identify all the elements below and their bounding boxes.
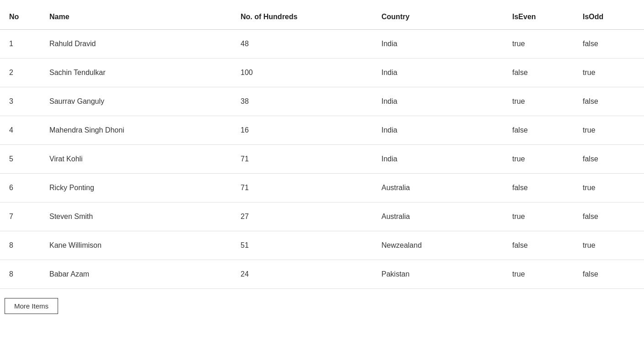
table-row: 8Kane Willimison51Newzealandfalsetrue: [0, 231, 644, 260]
cell-name: Mahendra Singh Dhoni: [40, 116, 231, 145]
cell-country: Australia: [372, 174, 503, 202]
cell-isodd: true: [574, 231, 644, 260]
cell-hundreds: 27: [231, 202, 372, 231]
cell-hundreds: 24: [231, 260, 372, 289]
cell-no: 2: [0, 59, 40, 87]
cell-no: 8: [0, 260, 40, 289]
cell-no: 5: [0, 145, 40, 174]
cell-country: India: [372, 87, 503, 116]
cell-name: Saurrav Ganguly: [40, 87, 231, 116]
cell-iseven: true: [503, 87, 574, 116]
cell-country: Australia: [372, 202, 503, 231]
col-header-iseven: IsEven: [503, 5, 574, 30]
table-row: 6Ricky Ponting71Australiafalsetrue: [0, 174, 644, 202]
table-header-row: No Name No. of Hundreds Country IsEven I…: [0, 5, 644, 30]
cell-country: Pakistan: [372, 260, 503, 289]
cell-hundreds: 100: [231, 59, 372, 87]
cell-name: Kane Willimison: [40, 231, 231, 260]
cell-name: Ricky Ponting: [40, 174, 231, 202]
cell-iseven: false: [503, 231, 574, 260]
table-row: 5Virat Kohli71Indiatruefalse: [0, 145, 644, 174]
cell-name: Babar Azam: [40, 260, 231, 289]
cell-hundreds: 71: [231, 145, 372, 174]
cell-isodd: false: [574, 30, 644, 59]
cell-iseven: false: [503, 174, 574, 202]
cell-country: India: [372, 30, 503, 59]
cell-isodd: false: [574, 260, 644, 289]
cell-no: 4: [0, 116, 40, 145]
cell-isodd: false: [574, 87, 644, 116]
cell-iseven: true: [503, 260, 574, 289]
cell-name: Steven Smith: [40, 202, 231, 231]
cricket-table: No Name No. of Hundreds Country IsEven I…: [0, 5, 644, 289]
table-row: 3Saurrav Ganguly38Indiatruefalse: [0, 87, 644, 116]
cell-country: India: [372, 116, 503, 145]
cell-country: India: [372, 59, 503, 87]
cell-isodd: true: [574, 59, 644, 87]
cell-name: Rahuld Dravid: [40, 30, 231, 59]
cell-isodd: false: [574, 202, 644, 231]
col-header-name: Name: [40, 5, 231, 30]
cell-isodd: false: [574, 145, 644, 174]
table-row: 8Babar Azam24Pakistantruefalse: [0, 260, 644, 289]
table-row: 4Mahendra Singh Dhoni16Indiafalsetrue: [0, 116, 644, 145]
table-container: No Name No. of Hundreds Country IsEven I…: [0, 0, 644, 362]
table-row: 7Steven Smith27Australiatruefalse: [0, 202, 644, 231]
more-items-button[interactable]: More Items: [5, 298, 58, 314]
cell-no: 8: [0, 231, 40, 260]
cell-no: 6: [0, 174, 40, 202]
cell-hundreds: 16: [231, 116, 372, 145]
cell-isodd: true: [574, 116, 644, 145]
col-header-hundreds: No. of Hundreds: [231, 5, 372, 30]
cell-hundreds: 71: [231, 174, 372, 202]
cell-name: Sachin Tendulkar: [40, 59, 231, 87]
cell-hundreds: 38: [231, 87, 372, 116]
col-header-no: No: [0, 5, 40, 30]
cell-no: 3: [0, 87, 40, 116]
cell-hundreds: 51: [231, 231, 372, 260]
col-header-country: Country: [372, 5, 503, 30]
cell-no: 7: [0, 202, 40, 231]
cell-isodd: true: [574, 174, 644, 202]
cell-country: Newzealand: [372, 231, 503, 260]
cell-iseven: true: [503, 30, 574, 59]
cell-iseven: true: [503, 202, 574, 231]
col-header-isodd: IsOdd: [574, 5, 644, 30]
cell-iseven: true: [503, 145, 574, 174]
cell-iseven: false: [503, 116, 574, 145]
cell-country: India: [372, 145, 503, 174]
cell-no: 1: [0, 30, 40, 59]
cell-name: Virat Kohli: [40, 145, 231, 174]
table-row: 1Rahuld Dravid48Indiatruefalse: [0, 30, 644, 59]
cell-iseven: false: [503, 59, 574, 87]
table-row: 2Sachin Tendulkar100Indiafalsetrue: [0, 59, 644, 87]
cell-hundreds: 48: [231, 30, 372, 59]
